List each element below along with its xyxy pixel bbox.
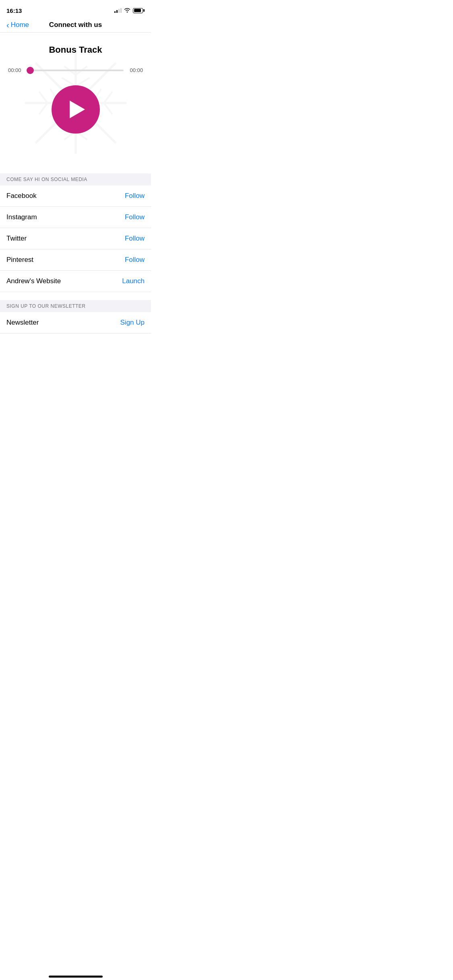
list-item[interactable]: Andrew's Website Launch xyxy=(0,271,151,292)
svg-line-6 xyxy=(62,78,76,86)
social-section-header: COME SAY HI ON SOCIAL MEDIA xyxy=(0,173,151,185)
social-media-list: Facebook Follow Instagram Follow Twitter… xyxy=(0,185,151,292)
status-icons xyxy=(114,8,145,14)
twitter-follow-button[interactable]: Follow xyxy=(125,235,145,243)
play-button[interactable] xyxy=(52,85,100,134)
pinterest-follow-button[interactable]: Follow xyxy=(125,256,145,264)
audio-player-section: Bonus Track 00:00 00:00 xyxy=(0,33,151,173)
list-item[interactable]: Instagram Follow xyxy=(0,207,151,228)
newsletter-signup-button[interactable]: Sign Up xyxy=(120,319,145,327)
progress-container[interactable]: 00:00 00:00 xyxy=(8,67,143,73)
list-item[interactable]: Twitter Follow xyxy=(0,228,151,249)
progress-bar[interactable] xyxy=(27,70,124,71)
facebook-label: Facebook xyxy=(6,192,37,200)
svg-line-12 xyxy=(39,92,48,103)
battery-icon xyxy=(133,8,145,13)
newsletter-list: Newsletter Sign Up xyxy=(0,312,151,334)
svg-line-13 xyxy=(39,103,48,114)
svg-line-17 xyxy=(104,103,112,114)
total-time: 00:00 xyxy=(128,67,143,73)
back-button[interactable]: ‹ Home xyxy=(6,21,29,29)
chevron-left-icon: ‹ xyxy=(6,21,9,29)
signal-icon xyxy=(114,8,122,13)
svg-line-16 xyxy=(104,92,112,103)
facebook-follow-button[interactable]: Follow xyxy=(125,192,145,200)
spacer xyxy=(0,292,151,300)
page-title: Connect with us xyxy=(49,21,102,29)
bottom-padding xyxy=(0,334,151,347)
twitter-label: Twitter xyxy=(6,235,27,243)
website-label: Andrew's Website xyxy=(6,277,61,285)
back-label: Home xyxy=(11,21,29,29)
newsletter-section-header: SIGN UP TO OUR NEWSLETTER xyxy=(0,300,151,312)
play-icon xyxy=(70,101,85,118)
website-launch-button[interactable]: Launch xyxy=(122,277,145,285)
instagram-follow-button[interactable]: Follow xyxy=(125,213,145,221)
list-item[interactable]: Pinterest Follow xyxy=(0,249,151,271)
progress-thumb[interactable] xyxy=(27,67,34,74)
newsletter-label: Newsletter xyxy=(6,319,39,327)
status-time: 16:13 xyxy=(6,7,22,14)
status-bar: 16:13 xyxy=(0,0,151,18)
track-title: Bonus Track xyxy=(49,45,102,55)
svg-line-7 xyxy=(76,78,90,86)
wifi-icon xyxy=(124,8,130,14)
newsletter-list-item[interactable]: Newsletter Sign Up xyxy=(0,312,151,334)
pinterest-label: Pinterest xyxy=(6,256,33,264)
nav-bar: ‹ Home Connect with us xyxy=(0,18,151,33)
instagram-label: Instagram xyxy=(6,213,37,221)
list-item[interactable]: Facebook Follow xyxy=(0,185,151,207)
current-time: 00:00 xyxy=(8,67,23,73)
